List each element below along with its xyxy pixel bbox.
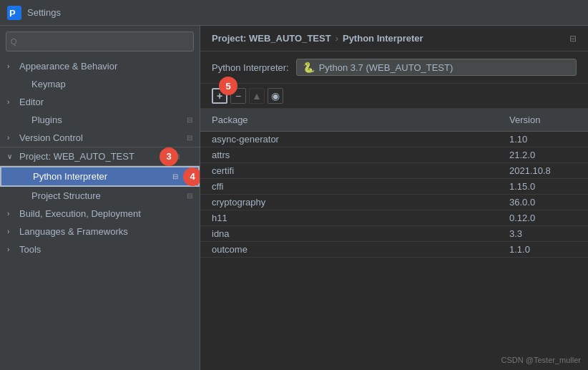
arrow-icon: › (7, 62, 16, 70)
title-bar-text: Settings (27, 7, 61, 18)
package-version: 3.3 (502, 226, 588, 241)
sidebar-item-label: Tools (19, 244, 41, 255)
sidebar-item-label: Keymap (31, 79, 66, 89)
external-link-icon: ⊟ (187, 134, 192, 142)
external-link-icon: ⊟ (187, 116, 192, 124)
sidebar-item-tools[interactable]: › Tools (0, 240, 200, 258)
content-area: Project: WEB_AUTO_TEST › Python Interpre… (200, 26, 588, 370)
package-version: 2021.10.8 (502, 163, 588, 178)
sidebar-item-label: Languages & Frameworks (19, 226, 128, 237)
arrow-icon: › (7, 134, 16, 142)
package-name: cffi (200, 179, 502, 194)
table-header: Package Version (200, 109, 588, 132)
table-row[interactable]: async-generator 1.10 (200, 132, 588, 147)
col-header-package: Package (200, 112, 502, 127)
package-version: 21.2.0 (502, 147, 588, 162)
external-link-icon: ⊟ (172, 172, 178, 180)
sidebar-item-label: Version Control (19, 132, 83, 143)
eye-button[interactable]: ◉ (268, 88, 283, 104)
sidebar-item-keymap[interactable]: Keymap (0, 75, 200, 93)
table-row[interactable]: attrs 21.2.0 (200, 147, 588, 163)
badge-5: 5 (219, 77, 237, 95)
arrow-icon: › (7, 98, 16, 106)
breadcrumb: Project: WEB_AUTO_TEST › Python Interpre… (200, 26, 588, 52)
sidebar-item-label: Python Interpreter (33, 171, 107, 182)
sidebar-item-languages[interactable]: › Languages & Frameworks (0, 223, 200, 240)
table-row[interactable]: outcome 1.1.0 (200, 242, 588, 258)
sidebar-item-build[interactable]: › Build, Execution, Deployment (0, 205, 200, 223)
search-box[interactable]: Q (6, 31, 194, 52)
package-name: async-generator (200, 132, 502, 147)
interpreter-label: Python Interpreter: (212, 62, 289, 73)
badge-4: 4 (183, 167, 200, 186)
arrow-icon: › (7, 245, 16, 253)
interpreter-row: Python Interpreter: 🐍 Python 3.7 (WEB_AU… (200, 52, 588, 84)
python-icon: 🐍 (303, 62, 315, 73)
arrow-icon: › (7, 228, 16, 235)
sidebar-item-label: Editor (19, 97, 44, 107)
sidebar-items: › Appearance & Behavior Keymap › Editor … (0, 57, 200, 370)
sidebar-item-label: Project: WEB_AUTO_TEST (19, 151, 134, 162)
package-name: outcome (200, 242, 502, 257)
app-logo: P (7, 6, 21, 20)
search-input[interactable] (20, 36, 189, 47)
interpreter-value: Python 3.7 (WEB_AUTO_TEST) (319, 62, 570, 73)
sidebar-item-appearance[interactable]: › Appearance & Behavior (0, 57, 200, 75)
external-link-icon: ⊟ (187, 192, 192, 200)
sidebar-item-project[interactable]: ∨ Project: WEB_AUTO_TEST ⊟ 3 (0, 147, 200, 166)
breadcrumb-current: Python Interpreter (343, 33, 423, 44)
sidebar-item-label: Plugins (31, 115, 62, 125)
sidebar-item-version-control[interactable]: › Version Control ⊟ (0, 129, 200, 147)
watermark: CSDN @Tester_muller (501, 356, 581, 364)
breadcrumb-separator: › (335, 33, 338, 44)
sidebar-item-label: Project Structure (31, 190, 101, 201)
package-version: 1.10 (502, 132, 588, 147)
package-name: cryptography (200, 195, 502, 210)
sidebar-item-plugins[interactable]: Plugins ⊟ (0, 111, 200, 129)
interpreter-selector[interactable]: 🐍 Python 3.7 (WEB_AUTO_TEST) (296, 59, 577, 76)
sidebar-item-project-structure[interactable]: Project Structure ⊟ (0, 187, 200, 205)
package-table: Package Version async-generator 1.10 att… (200, 109, 588, 370)
table-row[interactable]: cffi 1.15.0 (200, 179, 588, 195)
col-header-version: Version (502, 112, 588, 127)
sidebar-item-label: Appearance & Behavior (19, 61, 117, 72)
breadcrumb-project: Project: WEB_AUTO_TEST (212, 33, 331, 44)
svg-text:P: P (9, 8, 16, 19)
sidebar-item-label: Build, Execution, Deployment (19, 208, 141, 219)
main-layout: Q › Appearance & Behavior Keymap › Edito… (0, 26, 588, 370)
package-name: certifi (200, 163, 502, 178)
sidebar: Q › Appearance & Behavior Keymap › Edito… (0, 26, 200, 370)
badge-3: 3 (160, 147, 178, 166)
table-row[interactable]: idna 3.3 (200, 226, 588, 242)
table-row[interactable]: cryptography 36.0.0 (200, 195, 588, 210)
sidebar-item-editor[interactable]: › Editor (0, 93, 200, 111)
arrow-icon: › (7, 210, 16, 218)
arrow-icon: ∨ (7, 152, 16, 160)
package-version: 0.12.0 (502, 210, 588, 225)
package-version: 36.0.0 (502, 195, 588, 210)
package-version: 1.15.0 (502, 179, 588, 194)
breadcrumb-icon: ⊟ (569, 34, 577, 44)
title-bar: P Settings (0, 0, 588, 26)
package-name: h11 (200, 210, 502, 225)
table-row[interactable]: h11 0.12.0 (200, 210, 588, 226)
up-button[interactable]: ▲ (249, 88, 265, 104)
sidebar-item-python-interpreter[interactable]: Python Interpreter ⊟ 4 (0, 166, 200, 187)
search-icon: Q (11, 37, 17, 46)
package-name: attrs (200, 147, 502, 162)
table-body: async-generator 1.10 attrs 21.2.0 certif… (200, 132, 588, 258)
package-name: idna (200, 226, 502, 241)
table-row[interactable]: certifi 2021.10.8 (200, 163, 588, 179)
toolbar: + − ▲ ◉ 5 (200, 84, 588, 109)
package-version: 1.1.0 (502, 242, 588, 257)
